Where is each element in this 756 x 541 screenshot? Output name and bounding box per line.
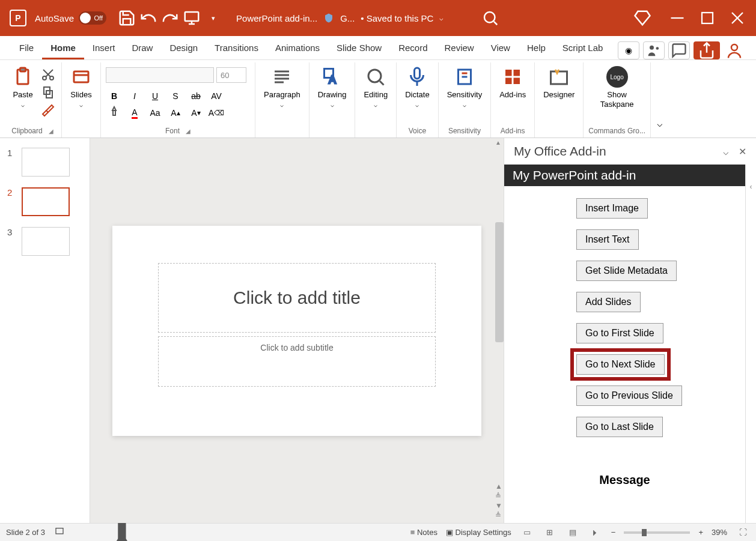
tab-scriptlab[interactable]: Script Lab <box>554 38 612 59</box>
display-settings-button[interactable]: ▣ Display Settings <box>446 528 511 537</box>
share-button[interactable] <box>694 41 720 59</box>
undo-icon[interactable] <box>139 9 157 27</box>
font-group-label: Font <box>165 127 180 135</box>
sensitivity-button[interactable]: Sensitivity ⌵ <box>444 64 486 110</box>
ribbon-collapse-icon[interactable]: ⌵ <box>651 62 669 138</box>
next-slide-icon[interactable]: ▼ <box>495 501 502 510</box>
qat-more-icon[interactable]: ▾ <box>204 9 222 27</box>
grow-font-button[interactable]: A▴ <box>167 106 184 120</box>
vertical-scrollbar[interactable] <box>495 222 504 342</box>
fit-to-window-icon[interactable]: ⛶ <box>736 527 750 539</box>
zoom-thumb[interactable] <box>642 529 647 536</box>
clear-format-button[interactable]: A⌫ <box>208 106 225 120</box>
language-icon[interactable] <box>55 527 64 538</box>
insert-image-button[interactable]: Insert Image <box>576 198 648 219</box>
go-last-slide-button[interactable]: Go to Last Slide <box>576 417 663 437</box>
underline-button[interactable]: U <box>147 89 163 103</box>
thumb-3[interactable]: 3 <box>7 227 82 256</box>
present-icon[interactable] <box>183 9 201 27</box>
editing-button[interactable]: Editing ⌵ <box>360 64 391 110</box>
go-next-slide-button[interactable]: Go to Next Slide <box>576 354 665 375</box>
search-icon[interactable] <box>481 9 499 27</box>
paste-button[interactable]: Paste ⌵ <box>8 64 37 110</box>
autosave-toggle[interactable]: AutoSave Off <box>35 11 106 25</box>
go-first-slide-button[interactable]: Go to First Slide <box>576 323 663 343</box>
launcher-icon[interactable]: ◢ <box>49 128 53 134</box>
prev-slide-dbl-icon[interactable]: ≜ <box>495 492 502 500</box>
normal-view-icon[interactable]: ▭ <box>520 527 534 539</box>
tab-file[interactable]: File <box>11 38 42 59</box>
font-family-combo[interactable] <box>106 67 214 83</box>
spacing-button[interactable]: AV <box>208 89 225 103</box>
taskpane-collapse-tab[interactable]: ‹ <box>745 165 756 523</box>
teams-button[interactable] <box>643 41 665 59</box>
title-placeholder[interactable]: Click to add title <box>158 263 436 333</box>
comments-button[interactable] <box>668 41 690 59</box>
tab-help[interactable]: Help <box>519 38 554 59</box>
diamond-icon[interactable] <box>633 9 651 27</box>
go-previous-slide-button[interactable]: Go to Previous Slide <box>576 385 682 406</box>
toggle-switch[interactable]: Off <box>79 11 106 25</box>
change-case-button[interactable]: Aa <box>147 106 163 120</box>
close-button[interactable] <box>724 7 751 29</box>
zoom-slider[interactable] <box>624 531 690 534</box>
highlight-button[interactable] <box>106 106 123 120</box>
taskpane-menu-icon[interactable]: ⌵ <box>723 146 729 157</box>
italic-button[interactable]: I <box>126 89 143 103</box>
slide-canvas[interactable]: Click to add title Click to add subtitle <box>112 226 481 436</box>
account-button[interactable] <box>724 41 745 59</box>
tab-design[interactable]: Design <box>161 38 206 59</box>
zoom-value[interactable]: 39% <box>712 528 727 537</box>
zoom-out-button[interactable]: − <box>611 528 616 537</box>
maximize-button[interactable] <box>694 7 721 29</box>
font-size-combo[interactable]: 60 <box>216 67 246 83</box>
prev-slide-icon[interactable]: ▲ <box>495 482 502 491</box>
launcher-icon[interactable]: ◢ <box>186 128 191 134</box>
save-icon[interactable] <box>118 9 136 27</box>
tab-home[interactable]: Home <box>42 38 84 59</box>
designer-button[interactable]: Designer <box>540 64 578 101</box>
scroll-up-icon[interactable]: ▲ <box>495 139 501 146</box>
zoom-in-button[interactable]: + <box>698 528 703 537</box>
tab-transitions[interactable]: Transitions <box>206 38 267 59</box>
cut-icon[interactable] <box>40 67 56 82</box>
save-status-chevron-icon[interactable]: ⌵ <box>439 14 444 22</box>
tab-slideshow[interactable]: Slide Show <box>328 38 390 59</box>
thumb-2[interactable]: 2 <box>7 187 82 216</box>
add-slides-button[interactable]: Add Slides <box>576 292 641 312</box>
addins-button[interactable]: Add-ins <box>496 64 529 101</box>
tab-review[interactable]: Review <box>436 38 483 59</box>
get-metadata-button[interactable]: Get Slide Metadata <box>576 261 677 281</box>
font-color-button[interactable]: A <box>126 106 143 120</box>
format-painter-icon[interactable] <box>40 103 56 118</box>
tab-animations[interactable]: Animations <box>267 38 328 59</box>
slide-editor[interactable]: ▲ Click to add title Click to add subtit… <box>90 138 504 523</box>
thumb-1[interactable]: 1 <box>7 148 82 177</box>
tab-view[interactable]: View <box>483 38 519 59</box>
shrink-font-button[interactable]: A▾ <box>187 106 204 120</box>
next-slide-dbl-icon[interactable]: ≜ <box>495 511 502 519</box>
tab-draw[interactable]: Draw <box>123 38 161 59</box>
shadow-button[interactable]: S <box>167 89 184 103</box>
camera-button[interactable]: ◉ <box>618 41 639 59</box>
tab-record[interactable]: Record <box>390 38 436 59</box>
drawing-button[interactable]: A Drawing ⌵ <box>314 64 350 110</box>
reading-view-icon[interactable]: ▤ <box>565 527 580 539</box>
notes-button[interactable]: ≡ Notes <box>410 528 437 537</box>
slideshow-view-icon[interactable]: ⏵ <box>588 527 603 539</box>
slide-count[interactable]: Slide 2 of 3 <box>6 528 45 537</box>
tab-insert[interactable]: Insert <box>84 38 124 59</box>
strike-button[interactable]: ab <box>187 89 204 103</box>
minimize-button[interactable] <box>663 7 691 29</box>
bold-button[interactable]: B <box>106 89 123 103</box>
show-taskpane-button[interactable]: Logo ShowTaskpane <box>597 64 638 111</box>
insert-text-button[interactable]: Insert Text <box>576 229 639 250</box>
paragraph-button[interactable]: Paragraph ⌵ <box>260 64 304 110</box>
dictate-button[interactable]: Dictate ⌵ <box>401 64 433 110</box>
copy-icon[interactable] <box>40 85 56 100</box>
sorter-view-icon[interactable]: ⊞ <box>543 527 557 539</box>
slides-button[interactable]: Slides ⌵ <box>67 64 96 110</box>
taskpane-close-icon[interactable]: ✕ <box>739 146 746 157</box>
subtitle-placeholder[interactable]: Click to add subtitle <box>158 336 436 387</box>
redo-icon[interactable] <box>161 9 179 27</box>
